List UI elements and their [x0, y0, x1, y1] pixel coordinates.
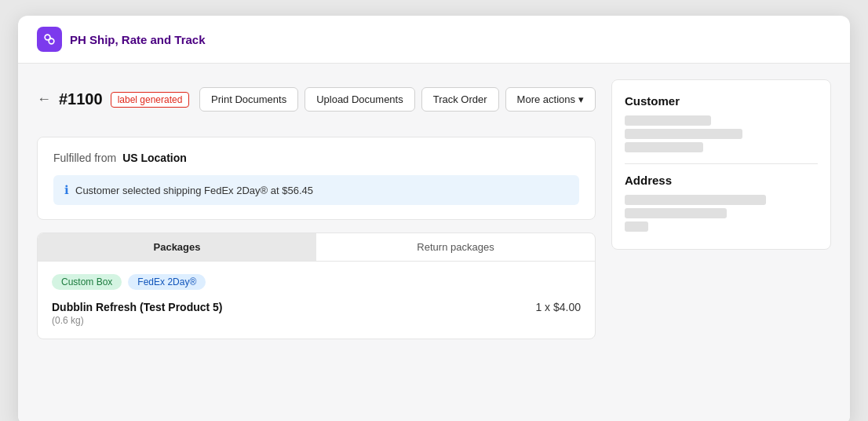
customer-email: [625, 129, 742, 139]
header-actions: Print Documents Upload Documents Track O…: [199, 87, 596, 112]
shipping-info-banner: ℹ Customer selected shipping FedEx 2Day®…: [53, 175, 579, 205]
left-column: ← #1100 label generated Print Documents …: [37, 79, 596, 409]
fulfilled-from-card: Fulfilled from US Location ℹ Customer se…: [37, 137, 596, 220]
order-number: #1100: [59, 90, 103, 108]
right-column: Customer Address: [611, 79, 831, 409]
tab-packages[interactable]: Packages: [38, 233, 316, 261]
product-row: Dubblin Refresh (Test Product 5) (0.6 kg…: [52, 301, 581, 326]
address-line-3: [625, 221, 648, 232]
packages-body: Custom Box FedEx 2Day® Dubblin Refresh (…: [38, 262, 595, 339]
main-content: ← #1100 label generated Print Documents …: [18, 64, 850, 421]
package-tags: Custom Box FedEx 2Day®: [52, 274, 581, 290]
more-actions-label: More actions: [517, 93, 575, 105]
more-actions-button[interactable]: More actions ▾: [505, 87, 596, 112]
page-header-left: ← #1100 label generated: [37, 90, 189, 108]
tab-packages-label: Packages: [154, 241, 201, 253]
shipping-info-text: Customer selected shipping FedEx 2Day® a…: [75, 185, 313, 196]
product-weight: (0.6 kg): [52, 315, 223, 326]
address-line-2: [625, 208, 727, 218]
divider: [625, 163, 818, 164]
product-name: Dubblin Refresh (Test Product 5): [52, 301, 223, 313]
address-title: Address: [625, 174, 818, 187]
app-title: PH Ship, Rate and Track: [70, 33, 206, 46]
fulfilled-from-row: Fulfilled from US Location: [53, 152, 579, 164]
tag-custom-box: Custom Box: [52, 274, 122, 290]
back-button[interactable]: ←: [37, 91, 51, 108]
address-line-1: [625, 195, 766, 205]
app-icon: [37, 27, 62, 52]
customer-card: Customer Address: [611, 79, 831, 250]
fulfilled-from-location: US Location: [122, 152, 187, 164]
print-documents-button[interactable]: Print Documents: [199, 87, 298, 112]
fulfilled-from-label: Fulfilled from: [53, 152, 116, 164]
packages-tabs: Packages Return packages: [38, 233, 595, 262]
product-info: Dubblin Refresh (Test Product 5) (0.6 kg…: [52, 301, 223, 326]
customer-phone: [625, 142, 703, 152]
app-window: PH Ship, Rate and Track ← #1100 label ge…: [18, 16, 850, 421]
chevron-down-icon: ▾: [578, 93, 584, 105]
tab-return-packages[interactable]: Return packages: [316, 233, 595, 261]
topbar: PH Ship, Rate and Track: [18, 16, 850, 64]
tab-return-packages-label: Return packages: [417, 241, 494, 253]
customer-section-title: Customer: [625, 94, 818, 108]
packages-card: Packages Return packages Custom Box FedE…: [37, 232, 596, 339]
info-icon: ℹ: [64, 183, 69, 197]
product-price: 1 x $4.00: [535, 301, 581, 313]
svg-point-1: [49, 38, 54, 44]
tag-fedex-2day: FedEx 2Day®: [128, 274, 206, 290]
page-header: ← #1100 label generated Print Documents …: [37, 79, 596, 124]
track-order-button[interactable]: Track Order: [421, 87, 499, 112]
customer-name: [625, 115, 711, 126]
upload-documents-button[interactable]: Upload Documents: [305, 87, 415, 112]
status-badge: label generated: [111, 92, 190, 108]
